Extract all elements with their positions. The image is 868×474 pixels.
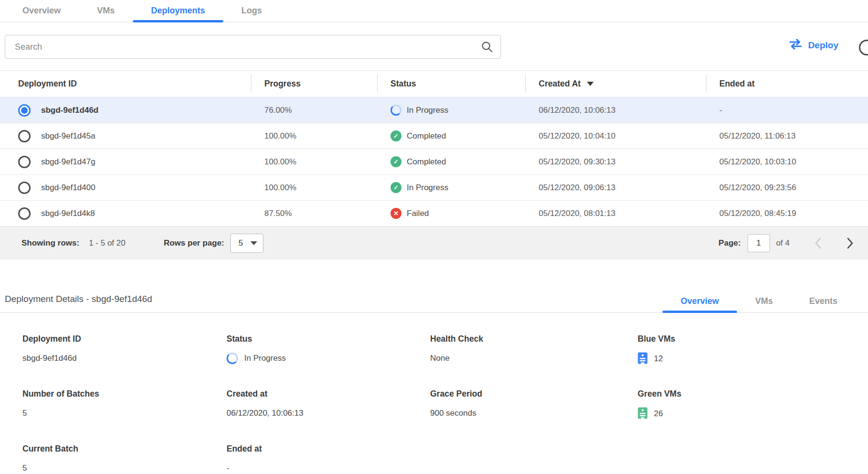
page-total-label: of 4	[776, 238, 790, 248]
table-header-row: Deployment ID Progress Status Created At…	[0, 71, 868, 97]
progress-value: 100.00%	[251, 157, 377, 167]
details-tab-events[interactable]: Events	[791, 290, 856, 312]
detail-field-blue-vms: Blue VMs 12	[638, 334, 868, 365]
row-radio-icon[interactable]	[18, 130, 31, 142]
progress-value: 100.00%	[251, 131, 377, 141]
created-at-value: 05/12/2020, 08:01:13	[525, 209, 706, 218]
table-row[interactable]: sbgd-9ef1d400 100.00% In Progress 05/12/…	[0, 174, 868, 200]
chevron-right-icon	[846, 237, 854, 249]
showing-rows-label: Showing rows:	[22, 238, 79, 248]
details-tab-bar: Overview VMs Events	[662, 290, 868, 312]
field-label: Deployment ID	[22, 334, 227, 344]
column-header-status: Status	[377, 71, 525, 97]
field-value: 26	[638, 407, 868, 420]
vm-count: 12	[654, 354, 663, 364]
row-radio-icon[interactable]	[18, 207, 31, 220]
details-tab-vms[interactable]: VMs	[737, 290, 791, 312]
field-value: sbgd-9ef1d46d	[22, 352, 227, 365]
column-header-progress: Progress	[251, 71, 377, 97]
rows-per-page-select[interactable]: 5	[230, 234, 263, 253]
in-progress-icon	[391, 105, 401, 116]
table-row[interactable]: sbgd-9ef1d45a 100.00% Completed 05/12/20…	[0, 123, 868, 149]
created-at-label: Created At	[539, 79, 581, 89]
deploy-button[interactable]: Deploy	[789, 39, 838, 52]
field-value: In Progress	[227, 352, 430, 365]
pager: Page: of 4	[718, 234, 854, 252]
detail-field-status: Status In Progress	[227, 334, 430, 365]
detail-field-deployment-id: Deployment ID sbgd-9ef1d46d	[22, 334, 227, 365]
table-footer: Showing rows: 1 - 5 of 20 Rows per page:…	[0, 226, 868, 259]
green-vm-icon	[638, 407, 648, 420]
deployment-id: sbgd-9ef1d4k8	[41, 209, 95, 218]
deployment-id: sbgd-9ef1d47g	[41, 157, 95, 167]
dropdown-caret-icon	[250, 241, 257, 245]
field-label: Ended at	[227, 444, 430, 454]
page-number-input[interactable]	[748, 234, 770, 252]
table-row[interactable]: sbgd-9ef1d46d 76.00% In Progress 06/12/2…	[0, 97, 868, 123]
sort-desc-icon	[587, 82, 594, 86]
completed-icon	[391, 130, 401, 141]
row-radio-icon[interactable]	[18, 156, 31, 168]
status-label: In Progress	[407, 106, 448, 115]
failed-icon	[391, 208, 401, 219]
vm-count: 26	[654, 409, 663, 419]
progress-value: 76.00%	[251, 106, 377, 115]
detail-field-grace-period: Grace Period 900 seconds	[430, 389, 638, 420]
ended-at-value: 05/12/2020, 08:45:19	[706, 209, 868, 218]
ended-at-value: 05/12/2020, 10:03:10	[706, 157, 868, 167]
showing-rows-value: 1 - 5 of 20	[89, 238, 126, 248]
field-label: Current Batch	[22, 444, 227, 454]
created-at-value: 06/12/2020, 10:06:13	[525, 106, 706, 115]
next-page-button[interactable]	[846, 237, 854, 249]
created-at-value: 05/12/2020, 10:04:10	[525, 131, 706, 141]
status-label: In Progress	[407, 183, 448, 193]
refresh-icon[interactable]	[859, 40, 868, 55]
field-label: Created at	[227, 389, 430, 399]
deployments-table: Deployment ID Progress Status Created At…	[0, 70, 868, 259]
column-header-ended-at: Ended at	[706, 71, 868, 97]
deployment-id: sbgd-9ef1d400	[41, 183, 95, 193]
tab-vms[interactable]: VMs	[79, 0, 133, 22]
deploy-button-label: Deploy	[808, 40, 838, 51]
status-label: Completed	[407, 131, 446, 141]
toolbar: Deploy	[0, 22, 868, 70]
row-radio-icon[interactable]	[18, 182, 31, 194]
tab-logs[interactable]: Logs	[223, 0, 280, 22]
field-label: Grace Period	[430, 389, 638, 399]
tab-overview[interactable]: Overview	[4, 0, 79, 22]
chevron-left-icon	[814, 237, 822, 249]
column-header-created-at[interactable]: Created At	[525, 71, 706, 97]
completed-icon	[391, 182, 401, 193]
table-row[interactable]: sbgd-9ef1d4k8 87.50% Failed 05/12/2020, …	[0, 200, 868, 226]
column-header-deployment-id: Deployment ID	[0, 71, 251, 97]
detail-field-current-batch: Current Batch 5	[22, 444, 227, 474]
detail-field-health-check: Health Check None	[430, 334, 638, 365]
field-value: 900 seconds	[430, 407, 638, 420]
rows-per-page-value: 5	[239, 238, 243, 248]
field-value: None	[430, 352, 638, 365]
rows-per-page-label: Rows per page:	[163, 238, 224, 248]
blue-vm-icon	[638, 352, 648, 365]
detail-field-green-vms: Green VMs 26	[638, 389, 868, 420]
row-radio-selected[interactable]	[18, 104, 31, 117]
field-label: Blue VMs	[638, 334, 868, 344]
deployment-id: sbgd-9ef1d46d	[41, 106, 98, 115]
status-label: Failed	[407, 209, 429, 218]
detail-field-ended-at: Ended at -	[227, 444, 430, 474]
progress-value: 100.00%	[251, 183, 377, 193]
previous-page-button[interactable]	[814, 237, 822, 249]
field-value: 5	[22, 407, 227, 420]
details-tab-overview[interactable]: Overview	[662, 290, 737, 312]
field-label: Status	[227, 334, 430, 344]
field-value: 12	[638, 352, 868, 365]
deploy-icon	[789, 39, 803, 52]
search-input[interactable]	[5, 35, 501, 59]
status-label: Completed	[407, 157, 446, 167]
tab-deployments[interactable]: Deployments	[133, 0, 223, 22]
field-label: Health Check	[430, 334, 638, 344]
details-title: Deployment Details - sbgd-9ef1d46d	[5, 294, 152, 312]
table-row[interactable]: sbgd-9ef1d47g 100.00% Completed 05/12/20…	[0, 149, 868, 174]
page-label: Page:	[718, 238, 740, 248]
details-grid: Deployment ID sbgd-9ef1d46d Status In Pr…	[0, 334, 868, 474]
details-header: Deployment Details - sbgd-9ef1d46d Overv…	[0, 259, 868, 313]
